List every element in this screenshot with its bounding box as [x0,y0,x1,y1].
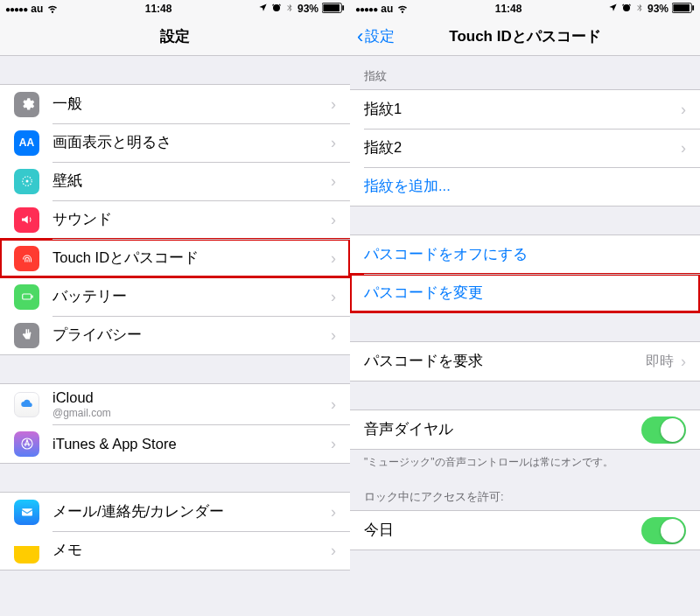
row-icloud[interactable]: iCloud @gmail.com › [0,384,350,424]
row-notes[interactable]: メモ › [0,531,350,570]
row-fingerprint-2[interactable]: 指紋2 › [350,129,700,167]
row-today: 今日 [350,511,700,550]
bluetooth-icon [635,3,644,16]
row-fingerprint-1[interactable]: 指紋1 › [350,90,700,129]
row-require-passcode[interactable]: パスコードを要求 即時 › [350,342,700,381]
voice-dial-toggle[interactable] [641,416,686,444]
row-voice-dial: 音声ダイヤル [350,410,700,449]
row-mail-contacts-calendar[interactable]: メール/連絡先/カレンダー › [0,493,350,531]
settings-list[interactable]: 一般 › AA 画面表示と明るさ › 壁紙 › サウンド › Touch IDと… [0,56,350,616]
row-label: 今日 [364,521,641,540]
row-general[interactable]: 一般 › [0,85,350,123]
chevron-right-icon: › [331,542,336,560]
row-label: 一般 [52,94,331,114]
touchid-passcode-screen: ●●●●● au 11:48 93% ‹ 設定 Touch IDとパスコード 指… [350,0,700,616]
location-icon [258,3,268,15]
settings-screen: ●●●●● au 11:48 93% 設定 [0,0,350,616]
chevron-right-icon: › [681,353,686,371]
page-title: Touch IDとパスコード [449,26,600,46]
row-label: iTunes & App Store [52,436,331,452]
display-icon: AA [14,130,39,156]
row-label: 指紋を追加... [364,177,686,196]
row-label: サウンド [52,210,331,229]
svg-rect-11 [692,5,694,10]
back-button[interactable]: ‹ 設定 [357,26,395,46]
svg-rect-2 [342,5,344,10]
row-turn-passcode-off[interactable]: パスコードをオフにする [350,235,700,274]
wallpaper-icon [14,169,39,194]
row-subtitle: @gmail.com [52,407,331,419]
row-change-passcode[interactable]: パスコードを変更 [350,274,700,312]
row-label: パスコードを変更 [364,284,686,303]
bluetooth-icon [285,3,294,16]
mail-icon [14,500,39,525]
carrier-label: au [381,3,393,15]
chevron-right-icon: › [331,435,336,453]
alarm-icon [621,3,632,16]
touchid-list[interactable]: 指紋 指紋1 › 指紋2 › 指紋を追加... パスコードをオフにする パスコー… [350,56,700,616]
row-label: 指紋2 [364,138,681,158]
chevron-right-icon: › [331,134,336,152]
battery-icon [14,284,39,310]
svg-rect-5 [22,294,31,299]
row-label: メール/連絡先/カレンダー [52,502,331,522]
row-label: 音声ダイヤル [364,420,641,439]
battery-pct: 93% [298,3,318,15]
appstore-icon [14,431,39,457]
row-sound[interactable]: サウンド › [0,200,350,239]
row-add-fingerprint[interactable]: 指紋を追加... [350,167,700,206]
section-header-lock-access: ロック中にアクセスを許可: [350,477,700,510]
row-wallpaper[interactable]: 壁紙 › [0,162,350,200]
hand-icon [14,323,39,348]
fingerprint-icon [14,246,39,271]
chevron-right-icon: › [681,139,686,158]
gear-icon [14,92,39,117]
chevron-right-icon: › [331,249,336,268]
wifi-icon [46,2,59,17]
back-label: 設定 [365,26,395,46]
row-label: iCloud [52,389,331,406]
status-bar: ●●●●● au 11:48 93% [0,0,350,18]
row-touchid-passcode[interactable]: Touch IDとパスコード › [0,239,350,277]
alarm-icon [271,3,282,16]
row-display[interactable]: AA 画面表示と明るさ › [0,123,350,162]
status-time: 11:48 [145,3,172,15]
svg-rect-8 [22,508,32,515]
signal-icon: ●●●●● [355,4,377,14]
battery-icon [672,3,695,16]
chevron-right-icon: › [331,503,336,522]
status-bar: ●●●●● au 11:48 93% [350,0,700,18]
chevron-right-icon: › [331,95,336,114]
svg-rect-1 [323,4,340,10]
row-privacy[interactable]: プライバシー › [0,316,350,354]
row-label: 壁紙 [52,172,331,191]
row-label: 画面表示と明るさ [52,133,331,152]
chevron-left-icon: ‹ [357,27,363,46]
page-title: 設定 [160,26,190,46]
row-label: Touch IDとパスコード [52,248,331,268]
row-battery[interactable]: バッテリー › [0,277,350,316]
status-time: 11:48 [495,3,522,15]
row-label: パスコードを要求 [364,352,646,371]
chevron-right-icon: › [331,172,336,191]
row-label: プライバシー [52,326,331,345]
row-label: メモ [52,541,331,560]
chevron-right-icon: › [331,396,336,414]
location-icon [608,3,618,15]
row-detail: 即時 [646,353,674,371]
chevron-right-icon: › [331,211,336,229]
chevron-right-icon: › [681,101,686,119]
voice-dial-footer: "ミュージック"の音声コントロールは常にオンです。 [350,450,700,477]
signal-icon: ●●●●● [5,4,27,14]
row-itunes-appstore[interactable]: iTunes & App Store › [0,424,350,463]
section-header-fingerprints: 指紋 [350,56,700,89]
chevron-right-icon: › [331,326,336,345]
row-label: パスコードをオフにする [364,245,686,264]
svg-rect-10 [673,4,690,10]
notes-icon [14,538,39,564]
nav-bar: ‹ 設定 Touch IDとパスコード [350,18,700,56]
chevron-right-icon: › [331,288,336,306]
row-label: バッテリー [52,287,331,306]
row-label: 指紋1 [364,100,681,119]
today-toggle[interactable] [641,517,686,544]
